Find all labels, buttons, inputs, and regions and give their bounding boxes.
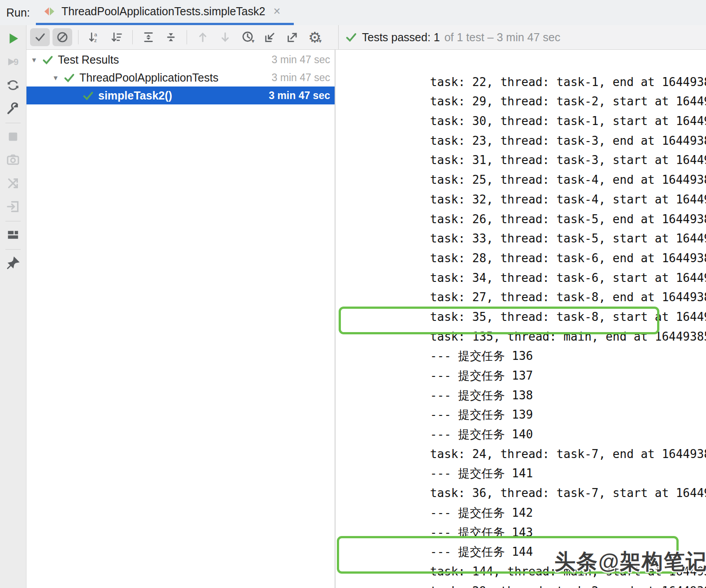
show-passed-icon	[34, 31, 46, 43]
chevron-expanded-icon[interactable]: ▼	[48, 74, 63, 82]
thread-dump-button[interactable]	[3, 173, 23, 193]
sidebar-separator	[5, 221, 21, 221]
test-node-label: Test Results	[58, 53, 119, 66]
rerun-button[interactable]	[3, 29, 23, 48]
rerun-failed-icon: 9	[6, 55, 20, 69]
tests-passed-check-icon	[345, 31, 357, 43]
sort-by-duration-button[interactable]	[107, 28, 126, 46]
next-occurrence-button[interactable]	[215, 28, 235, 46]
run-tab[interactable]: ThreadPoolApplicationTests.simpleTask2 ×	[39, 0, 285, 23]
svg-text:9: 9	[13, 57, 18, 67]
test-tree-row[interactable]: simpleTask2() 3 min 47 sec	[26, 86, 335, 104]
close-icon[interactable]: ×	[273, 5, 280, 17]
expand-all-button[interactable]	[139, 28, 158, 46]
import-test-results-button[interactable]	[260, 28, 280, 46]
sort-alphabetically-icon: a z	[88, 31, 100, 43]
tests-passed-detail: of 1 test – 3 min 47 sec	[445, 31, 560, 44]
screenshot-icon	[6, 153, 20, 167]
run-content: ▼ Test Results 3 min 47 sec ▼	[26, 50, 706, 588]
export-test-results-icon	[286, 31, 299, 43]
sort-alphabetically-button[interactable]: a z	[84, 28, 104, 46]
show-passed-toggle[interactable]	[30, 28, 50, 46]
run-header: Run: ThreadPoolApplicationTests.simpleTa…	[0, 0, 706, 26]
refresh-icon	[6, 78, 20, 92]
test-passed-check-icon	[63, 72, 75, 84]
pin-icon	[6, 256, 20, 270]
test-passed-check-icon	[82, 90, 94, 102]
test-toolbar: a z	[26, 25, 706, 50]
chevron-down-icon: ▾	[252, 38, 255, 44]
console-output[interactable]: task: 22, thread: task-1, end at 1644938…	[336, 50, 706, 588]
show-ignored-toggle[interactable]	[52, 28, 72, 46]
import-into-icon	[6, 199, 20, 214]
junit-test-icon	[43, 5, 55, 17]
stop-button[interactable]	[3, 127, 23, 147]
settings-button[interactable]: ⚙ ▾	[305, 28, 325, 46]
test-status-bar: Tests passed: 1 of 1 test – 3 min 47 sec	[339, 25, 560, 49]
test-toolbar-buttons: a z	[26, 25, 339, 49]
show-ignored-icon	[56, 31, 69, 43]
test-history-button[interactable]: ▾	[238, 28, 257, 46]
chevron-expanded-icon[interactable]: ▼	[26, 56, 42, 64]
test-node-duration: 3 min 47 sec	[272, 54, 335, 66]
run-label: Run:	[6, 6, 30, 19]
test-tree-row[interactable]: ▼ Test Results 3 min 47 sec	[26, 51, 335, 69]
import-into-button[interactable]	[3, 197, 23, 216]
test-node-label: ThreadPoolApplicationTests	[79, 71, 218, 84]
sort-by-duration-icon	[110, 31, 123, 43]
collapse-all-button[interactable]	[161, 28, 181, 46]
toolbar-separator	[78, 30, 78, 44]
test-passed-check-icon	[42, 54, 54, 66]
expand-all-icon	[142, 31, 155, 43]
import-test-results-icon	[264, 31, 276, 43]
stop-icon	[7, 130, 19, 143]
thread-dump-icon	[6, 176, 20, 190]
rerun-failed-tests-button[interactable]: 9	[3, 52, 23, 72]
build-settings-button[interactable]	[3, 99, 23, 118]
rerun-icon	[6, 32, 20, 45]
layout-icon	[6, 228, 20, 242]
svg-text:z: z	[94, 37, 97, 43]
watermark-text: 头条@架构笔记	[554, 548, 706, 576]
previous-occurrence-button[interactable]	[193, 28, 213, 46]
previous-occurrence-icon	[196, 31, 209, 43]
toolbar-separator	[187, 30, 187, 44]
test-node-duration: 3 min 47 sec	[272, 72, 335, 84]
tests-passed-count: Tests passed: 1	[362, 31, 440, 44]
test-tree-row[interactable]: ▼ ThreadPoolApplicationTests 3 min 47 se…	[26, 69, 335, 86]
export-test-results-button[interactable]	[283, 28, 302, 46]
pin-tab-button[interactable]	[3, 253, 23, 273]
chevron-down-icon: ▾	[319, 38, 322, 44]
run-sidebar: 9	[0, 25, 26, 588]
next-occurrence-icon	[219, 31, 231, 43]
run-tool-window: Run: ThreadPoolApplicationTests.simpleTa…	[0, 0, 706, 588]
collapse-all-icon	[165, 31, 177, 43]
test-node-duration: 3 min 47 sec	[269, 90, 335, 102]
restore-layout-button[interactable]	[3, 225, 23, 245]
wrench-icon	[6, 101, 20, 116]
console-line: task: 22, thread: task-1, end at 1644938…	[336, 53, 706, 73]
screenshot-button[interactable]	[3, 150, 23, 170]
sidebar-separator	[5, 249, 21, 250]
sidebar-separator	[5, 123, 21, 123]
run-tab-title: ThreadPoolApplicationTests.simpleTask2	[61, 5, 265, 18]
run-main: a z	[26, 25, 706, 588]
test-node-label: simpleTask2()	[98, 89, 172, 102]
svg-text:a: a	[94, 31, 97, 37]
console-lines: task: 22, thread: task-1, end at 1644938…	[336, 53, 706, 582]
test-tree: ▼ Test Results 3 min 47 sec ▼	[26, 50, 336, 588]
toolbar-separator	[132, 30, 133, 44]
refresh-button[interactable]	[3, 75, 23, 95]
